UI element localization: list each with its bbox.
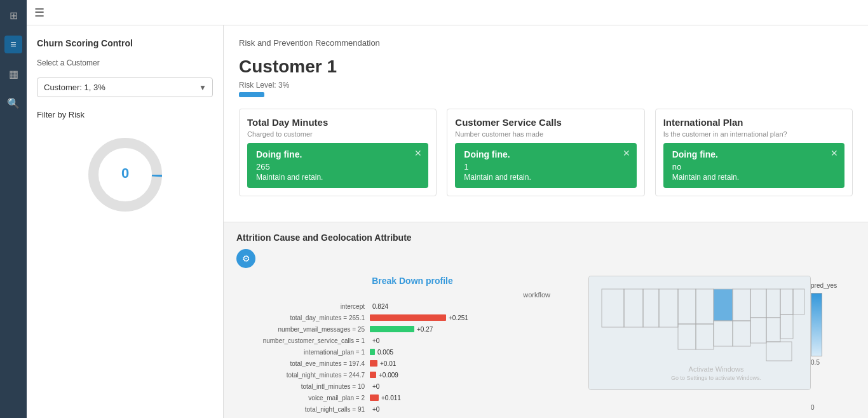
bar-row-2: number_vmail_messages = 25 +0.27 xyxy=(243,324,582,334)
waterfall-chart: workflow intercept 0.824 total_day_minut… xyxy=(236,291,588,418)
section-title: Risk and Prevention Recommendation xyxy=(239,38,853,48)
bar-label-6: total_night_minutes = 244.7 xyxy=(243,372,370,379)
green-card-1: ✕ Doing fine. 1 Maintain and retain. xyxy=(455,143,636,188)
bar-row-10: total_night_charge = 11.01 +0 xyxy=(243,415,582,418)
card-intl-plan: International Plan Is the customer in an… xyxy=(655,109,853,196)
bar-track-3: +0 xyxy=(370,337,497,344)
bar-label-3: number_customer_service_calls = 1 xyxy=(243,337,370,344)
bar-track-0: 0.824 xyxy=(370,302,497,310)
svg-text:Activate Windows: Activate Windows xyxy=(689,365,744,373)
panel-title: Churn Scoring Control xyxy=(37,38,213,48)
card-title-0: Total Day Minutes xyxy=(247,117,428,128)
card-value-1: 1 xyxy=(464,162,627,172)
filter-label: Filter by Risk xyxy=(37,110,213,119)
bar-label-0: intercept xyxy=(243,303,370,310)
close-icon-2[interactable]: ✕ xyxy=(831,148,838,158)
bar-track-6: +0.009 xyxy=(370,371,497,379)
gear-icon[interactable]: ⚙ xyxy=(236,249,255,268)
bar-row-9: total_night_calls = 91 +0 xyxy=(243,404,582,414)
bar-track-1: +0.251 xyxy=(370,314,497,321)
bottom-right-section: Attrition Cause and Geolocation Attribut… xyxy=(224,222,868,418)
bar-value-5: +0.01 xyxy=(380,360,396,367)
customer-heading: Customer 1 xyxy=(239,57,853,77)
bar-neg-2 xyxy=(370,326,414,332)
bar-track-8: +0.011 xyxy=(370,394,497,401)
sidebar: ⊞ ≡ ▦ 🔍 xyxy=(0,0,27,418)
bar-value-3: +0 xyxy=(372,337,379,344)
content-area: Churn Scoring Control Select a Customer … xyxy=(27,25,868,418)
bar-label-8: voice_mail_plan = 2 xyxy=(243,394,370,401)
card-value-2: no xyxy=(672,162,836,172)
bar-pos-6 xyxy=(370,372,376,378)
legend-color-bar xyxy=(811,293,822,356)
card-subtitle-2: Is the customer in an international plan… xyxy=(663,130,844,138)
menu-icon[interactable]: ≡ xyxy=(4,36,22,53)
layers-icon[interactable]: ▦ xyxy=(4,65,22,83)
bar-label-5: total_eve_minutes = 197.4 xyxy=(243,360,370,367)
bar-pos-1 xyxy=(370,314,446,321)
card-action-2: Maintain and retain. xyxy=(672,173,836,182)
bar-row-0: intercept 0.824 xyxy=(243,301,582,311)
map-area: Activate Windows Go to Settings to activ… xyxy=(588,276,855,418)
close-icon-1[interactable]: ✕ xyxy=(623,148,630,158)
cards-row: Total Day Minutes Charged to customer ✕ … xyxy=(239,109,853,196)
card-status-1: Doing fine. xyxy=(464,149,627,159)
card-value-0: 265 xyxy=(256,162,419,172)
bar-row-4: international_plan = 1 0.005 xyxy=(243,347,582,357)
hamburger-icon[interactable]: ☰ xyxy=(34,6,44,20)
card-subtitle-0: Charged to customer xyxy=(247,130,428,138)
bar-row-7: total_intl_minutes = 10 +0 xyxy=(243,381,582,391)
card-action-0: Maintain and retain. xyxy=(256,173,419,182)
bar-track-5: +0.01 xyxy=(370,360,497,367)
svg-rect-9 xyxy=(714,289,733,321)
grid-icon[interactable]: ⊞ xyxy=(4,6,22,24)
legend-high: 0.5 xyxy=(811,359,820,366)
bar-track-7: +0 xyxy=(370,382,497,390)
donut-chart-container: 0 xyxy=(37,133,213,216)
bar-value-4: 0.005 xyxy=(377,349,393,356)
green-card-0: ✕ Doing fine. 265 Maintain and retain. xyxy=(247,143,428,188)
bar-row-1: total_day_minutes = 265.1 +0.251 xyxy=(243,313,582,323)
select-label: Select a Customer xyxy=(37,58,213,67)
bar-row-8: voice_mail_plan = 2 +0.011 xyxy=(243,393,582,403)
card-title-1: Customer Service Calls xyxy=(455,117,636,128)
left-panel: Churn Scoring Control Select a Customer … xyxy=(27,25,224,418)
bar-value-0: 0.824 xyxy=(372,303,388,310)
right-content: Risk and Prevention Recommendation Custo… xyxy=(224,25,868,418)
top-right-section: Risk and Prevention Recommendation Custo… xyxy=(224,25,868,222)
bar-value-6: +0.009 xyxy=(379,372,398,379)
customer-select[interactable]: Customer: 1, 3% xyxy=(37,78,213,97)
legend-area: pred_yes 0.5 0 xyxy=(811,276,855,411)
customer-select-wrapper: Customer: 1, 3% ▼ xyxy=(37,78,213,97)
green-card-2: ✕ Doing fine. no Maintain and retain. xyxy=(663,143,844,188)
card-subtitle-1: Number customer has made xyxy=(455,130,636,138)
svg-text:Go to Settings to activate Win: Go to Settings to activate Windows. xyxy=(671,375,761,381)
bar-label-9: total_night_calls = 91 xyxy=(243,406,370,413)
bar-value-8: +0.011 xyxy=(381,394,401,401)
chart-area: Break Down profile workflow intercept 0.… xyxy=(236,276,588,418)
bar-pos-8 xyxy=(370,394,379,401)
card-status-2: Doing fine. xyxy=(672,149,836,159)
topbar: ☰ xyxy=(27,0,868,25)
bar-label-1: total_day_minutes = 265.1 xyxy=(243,314,370,321)
bar-neg-4 xyxy=(370,349,375,355)
bar-row-5: total_eve_minutes = 197.4 +0.01 xyxy=(243,358,582,368)
legend-low: 0 xyxy=(811,404,815,411)
card-title-2: International Plan xyxy=(663,117,844,128)
bar-row-3: number_customer_service_calls = 1 +0 xyxy=(243,335,582,346)
bar-value-2: +0.27 xyxy=(417,326,433,333)
bar-track-9: +0 xyxy=(370,405,497,413)
bar-label-4: international_plan = 1 xyxy=(243,349,370,356)
legend-label: pred_yes xyxy=(811,282,837,289)
card-day-minutes: Total Day Minutes Charged to customer ✕ … xyxy=(239,109,437,196)
bar-track-2: +0.27 xyxy=(370,325,497,333)
donut-value: 0 xyxy=(121,165,128,181)
risk-level-label: Risk Level: 3% xyxy=(239,81,853,90)
donut-chart: 0 xyxy=(84,133,166,216)
bottom-title: Attrition Cause and Geolocation Attribut… xyxy=(236,233,855,243)
workflow-label: workflow xyxy=(243,291,582,299)
close-icon-0[interactable]: ✕ xyxy=(414,148,422,158)
bar-label-2: number_vmail_messages = 25 xyxy=(243,326,370,333)
bar-pos-5 xyxy=(370,360,377,367)
search-icon[interactable]: 🔍 xyxy=(4,94,22,112)
